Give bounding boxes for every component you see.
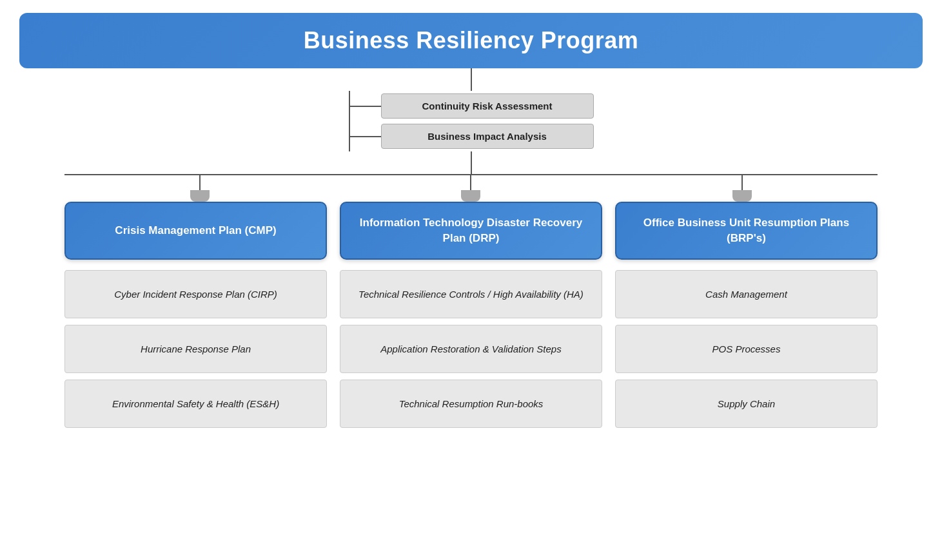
col3-item-1: Cash Management — [615, 270, 878, 318]
col1-header: Crisis Management Plan (CMP) — [64, 202, 327, 260]
col2-header: Information Technology Disaster Recovery… — [340, 202, 602, 260]
col2-item-2: Application Restoration & Validation Ste… — [340, 325, 602, 373]
col2-item-3: Technical Resumption Run-books — [340, 380, 602, 428]
main-title-banner: Business Resiliency Program — [19, 13, 923, 68]
right-boxes-container: Continuity Risk Assessment Business Impa… — [381, 91, 594, 151]
column-brp: Office Business Unit Resumption Plans (B… — [615, 202, 878, 434]
columns-section: Crisis Management Plan (CMP) Cyber Incid… — [64, 202, 878, 434]
col2-drop-line — [470, 174, 471, 190]
col3-drop-line — [741, 174, 743, 190]
column-crisis-management: Crisis Management Plan (CMP) Cyber Incid… — [64, 202, 327, 434]
col2-connector — [335, 174, 606, 202]
col3-item-2: POS Processes — [615, 325, 878, 373]
business-impact-label: Business Impact Analysis — [381, 124, 594, 149]
main-title: Business Resiliency Program — [45, 27, 897, 54]
col1-item-3: Environmental Safety & Health (ES&H) — [64, 380, 327, 428]
horizontal-bar-section — [64, 174, 878, 202]
business-impact-box: Business Impact Analysis — [381, 124, 594, 149]
col3-header: Office Business Unit Resumption Plans (B… — [615, 202, 878, 260]
col1-drop-tab — [190, 190, 210, 202]
col1-item-2: Hurricane Response Plan — [64, 325, 327, 373]
right-boxes-section: Continuity Risk Assessment Business Impa… — [19, 91, 923, 151]
connector-line-top — [471, 68, 472, 91]
col2-drop-tab — [461, 190, 480, 202]
continuity-risk-label: Continuity Risk Assessment — [381, 93, 594, 119]
connector-line-mid — [471, 151, 472, 174]
tick-line-2 — [349, 136, 381, 137]
col3-connector — [607, 174, 878, 202]
col3-item-3: Supply Chain — [615, 380, 878, 428]
stem-line — [349, 91, 350, 151]
col1-item-1: Cyber Incident Response Plan (CIRP) — [64, 270, 327, 318]
column-it-drp: Information Technology Disaster Recovery… — [340, 202, 602, 434]
col1-connector — [64, 174, 335, 202]
tick-line-1 — [349, 106, 381, 107]
col2-item-1: Technical Resilience Controls / High Ava… — [340, 270, 602, 318]
col1-drop-line — [199, 174, 201, 190]
col3-drop-tab — [732, 190, 752, 202]
continuity-risk-box: Continuity Risk Assessment — [381, 93, 594, 119]
horizontal-bar — [64, 174, 878, 175]
